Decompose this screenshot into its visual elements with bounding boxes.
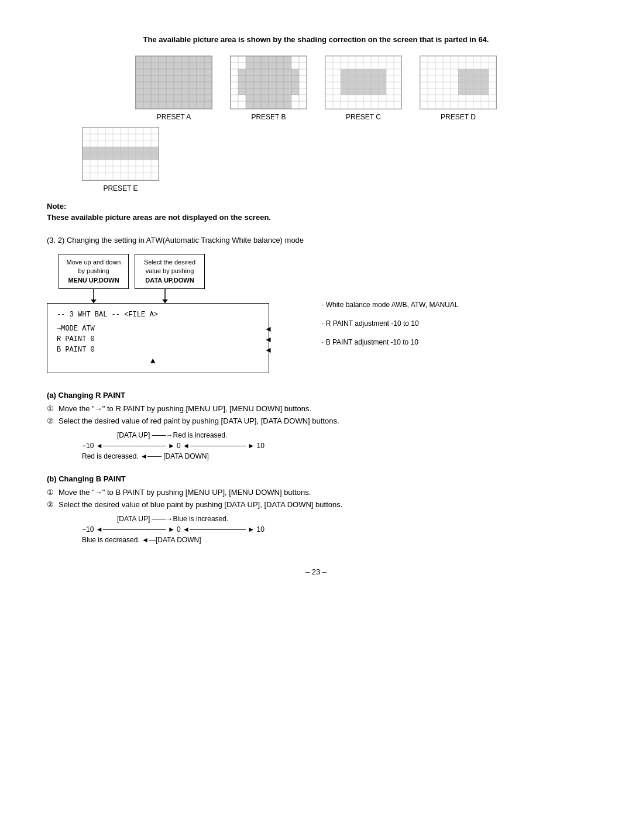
preset-d-grid — [420, 56, 497, 109]
callout1-line3: MENU UP,DOWN — [68, 277, 119, 284]
menu-row2-container: →MODE ATW ◄ — [57, 325, 259, 333]
arrow-bpaint: ◄ — [266, 346, 271, 355]
section-a-steps: ① Move the "→" to R PAINT by pushing [ME… — [47, 404, 585, 425]
note-section: Note: These available picture areas are … — [47, 202, 585, 222]
diagram-right: · White balance mode AWB, ATW, MANUAL · … — [304, 254, 458, 346]
menu-row3-container: R PAINT 0 ◄ — [57, 335, 259, 343]
b-diagram-row3: Blue is decreased. ◄—[DATA DOWN] — [82, 536, 585, 544]
menu-row4-container: B PAINT 0 ◄ — [57, 346, 259, 354]
intro-text: The available picture area is shown by t… — [47, 35, 585, 44]
page-number: – 23 – — [47, 567, 585, 576]
menu-display-box: -- 3 WHT BAL -- <FILE A> →MODE ATW ◄ R P… — [47, 303, 269, 373]
preset-c-item: PRESET C — [325, 56, 402, 121]
a-diagram-row2: −10 ◄————————— ► 0 ◄———————— ► 10 — [82, 442, 585, 450]
callout-box-1: Move up and down by pushing MENU UP,DOWN — [59, 254, 129, 289]
section-b-step2: ② Select the desired value of blue paint… — [47, 500, 585, 509]
callout-box-2: Select the desired value by pushing DATA… — [135, 254, 205, 289]
section-a-step2: ② Select the desired value of red paint … — [47, 416, 585, 425]
arrow-rpaint: ◄ — [266, 335, 271, 345]
section-a: (a) Changing R PAINT ① Move the "→" to R… — [47, 391, 585, 460]
callout2-line1: Select the desired — [144, 259, 195, 266]
svg-marker-93 — [162, 299, 168, 303]
callout-boxes-row: Move up and down by pushing MENU UP,DOWN… — [47, 254, 304, 289]
preset-e-grid — [82, 127, 159, 181]
section-b-steps: ① Move the "→" to B PAINT by pushing [ME… — [47, 488, 585, 509]
connector-svg — [59, 289, 205, 303]
annotation-1: · White balance mode AWB, ATW, MANUAL — [322, 301, 458, 309]
inner-arrow-up: ▲ — [57, 356, 259, 366]
section-32-title: (3. 2) Changing the setting in ATW(Autom… — [47, 236, 585, 245]
section-a-diagram: [DATA UP] ——→ Red is increased. −10 ◄———… — [82, 431, 585, 460]
preset-a-svg — [136, 56, 212, 109]
b-diagram-row1: [DATA UP] ——→ Blue is increased. — [82, 515, 585, 523]
annotation-3: · B PAINT adjustment -10 to 10 — [322, 338, 458, 346]
menu-row2: →MODE ATW — [57, 325, 95, 333]
preset-e-label: PRESET E — [103, 184, 138, 192]
callout2-line2: value by pushing — [146, 267, 194, 274]
preset-c-svg — [325, 56, 401, 109]
note-title: Note: — [47, 202, 585, 211]
preset-row-1: PRESET A — [47, 56, 585, 121]
section-b: (b) Changing B PAINT ① Move the "→" to B… — [47, 474, 585, 544]
callout2-line3: DATA UP,DOWN — [145, 277, 194, 284]
section-b-step1: ① Move the "→" to B PAINT by pushing [ME… — [47, 488, 585, 497]
arrow-mode: ◄ — [266, 325, 271, 334]
preset-d-item: PRESET D — [420, 56, 497, 121]
preset-c-label: PRESET C — [346, 113, 381, 121]
b-diagram-row2: −10 ◄————————— ► 0 ◄———————— ► 10 — [82, 525, 585, 533]
svg-marker-91 — [91, 299, 97, 303]
preset-d-svg — [420, 56, 496, 109]
section-b-diagram: [DATA UP] ——→ Blue is increased. −10 ◄——… — [82, 515, 585, 544]
a-diagram-row1: [DATA UP] ——→ Red is increased. — [82, 431, 585, 439]
preset-a-item: PRESET A — [135, 56, 212, 121]
a-diagram-row3: Red is decreased. ◄—— [DATA DOWN] — [82, 452, 585, 460]
section-a-title: (a) Changing R PAINT — [47, 391, 585, 400]
arrow-connectors — [47, 289, 304, 303]
diagram-wrapper: Move up and down by pushing MENU UP,DOWN… — [47, 254, 585, 373]
preset-e-item: PRESET E — [82, 127, 159, 192]
preset-e-row: PRESET E — [82, 127, 585, 192]
preset-a-label: PRESET A — [157, 113, 191, 121]
preset-b-svg — [231, 56, 307, 109]
preset-c-grid — [325, 56, 402, 109]
preset-b-grid — [230, 56, 307, 109]
preset-b-item: PRESET B — [230, 56, 307, 121]
section-a-step1: ① Move the "→" to R PAINT by pushing [ME… — [47, 404, 585, 413]
note-body: These available picture areas are not di… — [47, 213, 585, 222]
page-content: The available picture area is shown by t… — [47, 35, 585, 576]
callout1-line2: by pushing — [78, 267, 109, 274]
callout1-line1: Move up and down — [67, 259, 121, 266]
preset-e-svg — [83, 128, 159, 180]
preset-b-label: PRESET B — [251, 113, 286, 121]
section-b-title: (b) Changing B PAINT — [47, 474, 585, 483]
preset-d-label: PRESET D — [441, 113, 476, 121]
menu-row4: B PAINT 0 — [57, 346, 95, 354]
menu-row1: -- 3 WHT BAL -- <FILE A> — [57, 311, 259, 319]
preset-a-grid — [135, 56, 212, 109]
annotation-2: · R PAINT adjustment -10 to 10 — [322, 319, 458, 328]
diagram-left: Move up and down by pushing MENU UP,DOWN… — [47, 254, 304, 373]
menu-row3: R PAINT 0 — [57, 335, 95, 343]
